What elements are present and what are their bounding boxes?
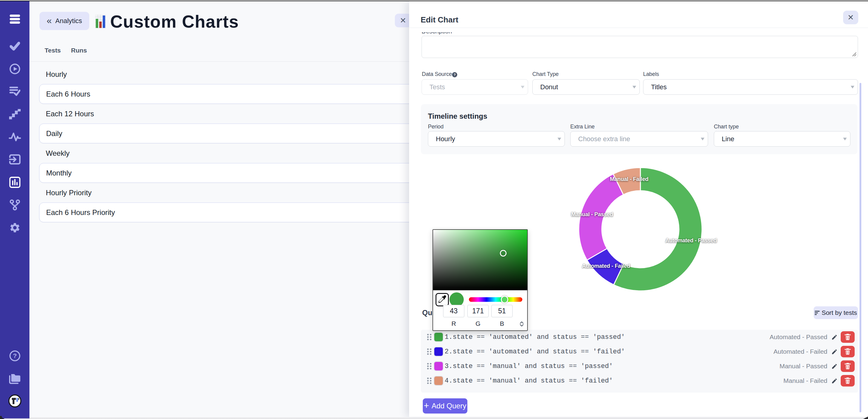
svg-text:?: ? xyxy=(13,352,17,359)
svg-text:?: ? xyxy=(454,72,456,77)
